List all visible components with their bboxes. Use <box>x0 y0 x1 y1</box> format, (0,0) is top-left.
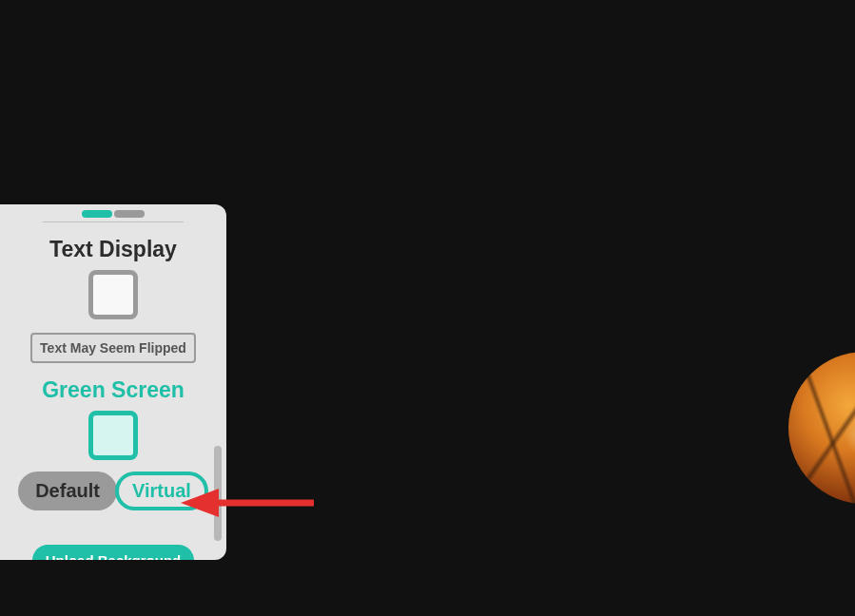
text-flipped-note: Text May Seem Flipped <box>30 333 196 363</box>
prior-toggle[interactable] <box>82 210 145 218</box>
upload-background-button[interactable]: Upload Background <box>32 545 195 560</box>
avatar <box>788 352 855 504</box>
green-screen-title: Green Screen <box>0 377 226 403</box>
green-screen-checkbox[interactable] <box>88 411 138 460</box>
text-display-checkbox[interactable] <box>88 270 138 319</box>
panel-scrollbar[interactable] <box>214 446 222 541</box>
divider <box>43 221 184 222</box>
settings-panel: Text Display Text May Seem Flipped Green… <box>0 204 226 560</box>
background-mode-toggle: Default Virtual <box>18 472 208 510</box>
default-option[interactable]: Default <box>18 472 117 510</box>
text-display-title: Text Display <box>0 237 226 262</box>
virtual-option[interactable]: Virtual <box>115 472 208 510</box>
